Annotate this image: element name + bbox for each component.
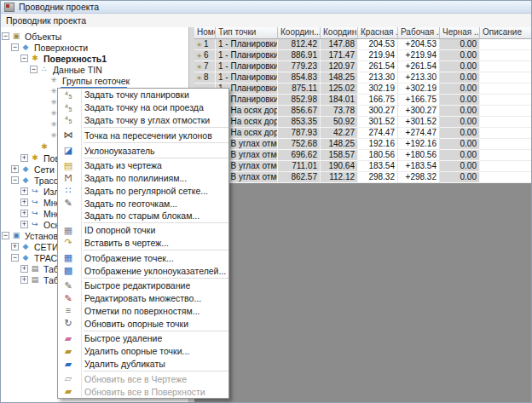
menu-item-8[interactable]: ▤Задать из чертежа bbox=[58, 159, 228, 172]
cell-desc[interactable] bbox=[480, 117, 531, 128]
cell-work[interactable]: +180.56 bbox=[398, 150, 440, 161]
expander-minus-icon[interactable]: − bbox=[2, 232, 9, 239]
menu-item-2[interactable]: ⁴₅Задать точку в углах отмостки bbox=[58, 114, 228, 127]
cell-desc[interactable] bbox=[480, 61, 531, 72]
cell-desc[interactable] bbox=[480, 172, 531, 183]
cell-desc[interactable] bbox=[480, 50, 531, 61]
cell-desc[interactable] bbox=[480, 39, 531, 50]
cell-black[interactable]: 0.00 bbox=[440, 128, 480, 139]
column-header-6[interactable]: Черная ... bbox=[440, 27, 480, 38]
cell-x[interactable]: 875.11 bbox=[278, 83, 321, 95]
menu-item-6[interactable]: ◪Уклоноуказатель bbox=[58, 144, 228, 157]
cell-desc[interactable] bbox=[480, 128, 531, 139]
expander-minus-icon[interactable]: − bbox=[11, 254, 19, 262]
cell-black[interactable]: 0.00 bbox=[440, 139, 480, 150]
column-header-0[interactable]: Номер bbox=[194, 27, 216, 38]
cell-x[interactable]: 787.93 bbox=[278, 128, 321, 139]
cell-work[interactable]: +261.54 bbox=[398, 61, 440, 72]
expander-plus-icon[interactable]: + bbox=[20, 210, 28, 217]
menu-item-15[interactable]: ↷Вставить в чертеж... bbox=[58, 237, 228, 250]
cell-y[interactable]: 50.92 bbox=[321, 117, 358, 128]
cell-black[interactable]: 0.00 bbox=[440, 161, 480, 172]
menu-item-20[interactable]: ✎Быстрое редактирование bbox=[58, 279, 228, 292]
menu-item-17[interactable]: ▦Отображение точек... bbox=[58, 251, 228, 264]
cell-black[interactable]: 0.00 bbox=[440, 95, 480, 106]
cell-red[interactable]: 180.56 bbox=[358, 150, 398, 161]
table-row-11[interactable]: 3 - В углах отмостки711.01190.64183.54+1… bbox=[194, 161, 531, 172]
table-row-2[interactable]: ✳71 - Планировки779.23120.97261.54+261.5… bbox=[194, 61, 531, 72]
cell-desc[interactable] bbox=[480, 106, 531, 117]
cell-desc[interactable] bbox=[480, 139, 531, 150]
cell-num[interactable]: ✳1 bbox=[194, 39, 216, 50]
cell-red[interactable]: 204.53 bbox=[358, 39, 398, 50]
expander-plus-icon[interactable]: + bbox=[20, 154, 28, 162]
cell-y[interactable]: 112.12 bbox=[321, 172, 358, 183]
cell-black[interactable]: 0.00 bbox=[440, 117, 480, 128]
tree-item-4[interactable]: ✳Группы геоточек bbox=[1, 75, 188, 86]
expander-plus-icon[interactable]: + bbox=[20, 187, 28, 195]
cell-num[interactable]: ✳7 bbox=[194, 61, 216, 72]
cell-work[interactable]: +213.30 bbox=[398, 72, 440, 83]
cell-work[interactable]: +300.27 bbox=[398, 106, 440, 117]
tree-item-0[interactable]: −▣Объекты bbox=[1, 31, 188, 42]
cell-x[interactable]: 852.98 bbox=[278, 95, 321, 106]
cell-y[interactable]: 148.25 bbox=[321, 139, 358, 150]
table-row-8[interactable]: 2 - На осях дорог787.9342.27274.47+274.4… bbox=[194, 128, 531, 139]
table-row-10[interactable]: 3 - В углах отмостки696.62158.57180.56+1… bbox=[194, 150, 531, 161]
cell-x[interactable]: 696.62 bbox=[278, 150, 321, 161]
cell-work[interactable]: +301.52 bbox=[398, 117, 440, 128]
cell-red[interactable]: 274.47 bbox=[358, 128, 398, 139]
cell-work[interactable]: +192.16 bbox=[398, 139, 440, 150]
tree-item-3[interactable]: −∴Данные TIN bbox=[1, 64, 188, 75]
cell-red[interactable]: 213.30 bbox=[358, 72, 398, 83]
expander-plus-icon[interactable]: + bbox=[20, 276, 28, 284]
expander-plus-icon[interactable]: + bbox=[20, 221, 28, 228]
cell-work[interactable]: +219.94 bbox=[398, 50, 440, 61]
menu-item-9[interactable]: ϺЗадать по полилиниям... bbox=[58, 172, 228, 185]
cell-black[interactable]: 0.00 bbox=[440, 61, 480, 72]
column-header-1[interactable]: Тип точки bbox=[216, 27, 278, 38]
cell-y[interactable]: 171.47 bbox=[321, 50, 358, 61]
cell-x[interactable]: 853.35 bbox=[278, 117, 321, 128]
cell-x[interactable]: 854.83 bbox=[278, 72, 321, 83]
table-row-5[interactable]: 1 - Планировки852.98184.01166.75+166.750… bbox=[194, 95, 531, 106]
cell-type[interactable]: 1 - Планировки bbox=[216, 50, 278, 61]
column-header-2[interactable]: Координ... bbox=[278, 27, 321, 38]
cell-work[interactable]: +302.19 bbox=[398, 83, 440, 95]
cell-y[interactable]: 148.25 bbox=[321, 72, 358, 83]
cell-y[interactable]: 42.27 bbox=[321, 128, 358, 139]
expander-minus-icon[interactable]: − bbox=[2, 32, 9, 40]
cell-black[interactable]: 0.00 bbox=[440, 172, 480, 183]
cell-work[interactable]: +204.53 bbox=[398, 39, 440, 50]
expander-plus-icon[interactable]: + bbox=[11, 165, 19, 173]
menu-item-1[interactable]: ⁴₅Задать точку на оси проезда bbox=[58, 101, 228, 114]
cell-red[interactable]: 219.94 bbox=[358, 50, 398, 61]
table-row-6[interactable]: 2 - На осях дорог856.6773.78300.27+300.2… bbox=[194, 106, 531, 117]
table-row-3[interactable]: ✳81 - Планировки854.83148.25213.30+213.3… bbox=[194, 72, 531, 83]
cell-x[interactable]: 779.23 bbox=[278, 61, 321, 72]
cell-x[interactable]: 752.68 bbox=[278, 139, 321, 150]
menu-item-27[interactable]: ▰Удалить дубликаты bbox=[58, 358, 228, 371]
titlebar[interactable]: Проводник проекта bbox=[1, 1, 531, 14]
menu-item-14[interactable]: ▦ID опорной точки bbox=[58, 224, 228, 237]
expander-minus-icon[interactable]: − bbox=[11, 176, 19, 184]
table-row-1[interactable]: ✳61 - Планировки886.91171.47219.94+219.9… bbox=[194, 50, 531, 61]
cell-num[interactable]: ✳8 bbox=[194, 72, 216, 83]
menu-item-26[interactable]: ▰Удалить опорные точки... bbox=[58, 345, 228, 358]
cell-type[interactable]: 1 - Планировки bbox=[216, 72, 278, 83]
cell-y[interactable]: 125.02 bbox=[321, 83, 358, 95]
cell-y[interactable]: 190.64 bbox=[321, 161, 358, 172]
cell-red[interactable]: 300.27 bbox=[358, 106, 398, 117]
table-row-4[interactable]: 1 - Планировки875.11125.02302.19+302.190… bbox=[194, 83, 531, 95]
column-header-4[interactable]: Красная ... bbox=[358, 27, 398, 38]
cell-black[interactable]: 0.00 bbox=[440, 150, 480, 161]
cell-y[interactable]: 184.01 bbox=[321, 95, 358, 106]
cell-work[interactable]: +274.47 bbox=[398, 128, 440, 139]
cell-desc[interactable] bbox=[480, 72, 531, 83]
cell-y[interactable]: 147.88 bbox=[321, 39, 358, 50]
cell-work[interactable]: +166.75 bbox=[398, 95, 440, 106]
cell-black[interactable]: 0.00 bbox=[440, 39, 480, 50]
cell-red[interactable]: 166.75 bbox=[358, 95, 398, 106]
cell-black[interactable]: 0.00 bbox=[440, 72, 480, 83]
table-row-12[interactable]: 3 - В углах отмостки862.57112.12298.32+2… bbox=[194, 172, 531, 183]
